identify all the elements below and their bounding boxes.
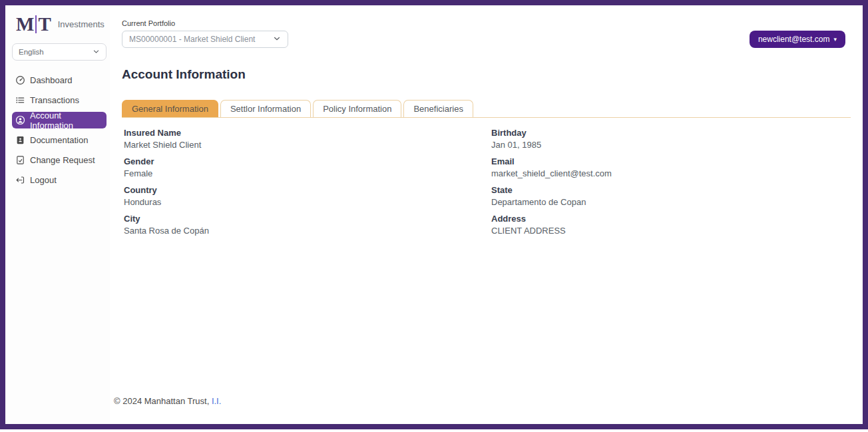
main-area: Current Portfolio MS00000001 - Market Sh… <box>110 5 863 424</box>
field-label: Birthday <box>491 128 851 138</box>
sidebar-item-label: Dashboard <box>30 75 73 85</box>
field-insured-name: Insured Name Market Shield Client <box>124 128 491 150</box>
app-window: M T Investments English Dashboard T <box>0 0 868 429</box>
portfolio-label: Current Portfolio <box>122 19 288 27</box>
sidebar-item-label: Account Information <box>30 110 103 130</box>
field-value: Departamento de Copan <box>491 197 851 207</box>
field-state: State Departamento de Copan <box>491 185 851 207</box>
field-birthday: Birthday Jan 01, 1985 <box>491 128 851 150</box>
sidebar: M T Investments English Dashboard T <box>5 5 110 424</box>
tab-beneficiaries[interactable]: Beneficiaries <box>403 100 473 117</box>
language-selected-value: English <box>19 48 44 56</box>
field-label: State <box>491 185 851 195</box>
portfolio-group: Current Portfolio MS00000001 - Market Sh… <box>122 19 288 48</box>
field-label: Email <box>491 156 851 166</box>
person-circle-icon <box>15 115 25 125</box>
document-person-icon <box>15 135 25 145</box>
chevron-down-icon <box>273 35 281 45</box>
field-value: Honduras <box>124 197 491 207</box>
page-title: Account Information <box>122 67 863 82</box>
copyright-text: © 2024 Manhattan Trust, <box>114 396 212 406</box>
field-gender: Gender Female <box>124 156 491 178</box>
field-value: Jan 01, 1985 <box>491 140 851 150</box>
fields-column-left: Insured Name Market Shield Client Gender… <box>124 128 491 242</box>
sidebar-item-label: Change Request <box>30 155 95 165</box>
field-value: CLIENT ADDRESS <box>491 226 851 236</box>
user-email: newclient@test.com <box>758 35 830 44</box>
brand-logo: M T Investments <box>16 15 107 34</box>
portfolio-selected-value: MS00000001 - Market Shield Client <box>129 35 255 44</box>
file-check-icon <box>15 155 25 165</box>
sidebar-item-transactions[interactable]: Transactions <box>12 92 107 108</box>
field-label: City <box>124 214 491 224</box>
general-information-panel: Insured Name Market Shield Client Gender… <box>110 118 863 242</box>
sidebar-nav: Dashboard Transactions Account Informati… <box>12 72 107 188</box>
footer-link[interactable]: I.I. <box>212 396 221 406</box>
field-value: market_shield_client@test.com <box>491 168 851 178</box>
field-label: Country <box>124 185 491 195</box>
field-address: Address CLIENT ADDRESS <box>491 214 851 236</box>
logo-letter-m: M <box>16 15 34 34</box>
field-value: Female <box>124 168 491 178</box>
sidebar-item-label: Documentation <box>30 135 88 145</box>
tab-settlor-information[interactable]: Settlor Information <box>220 100 311 117</box>
sidebar-item-change-request[interactable]: Change Request <box>12 152 107 168</box>
logo-divider <box>35 15 37 33</box>
field-label: Gender <box>124 156 491 166</box>
sidebar-item-label: Logout <box>30 175 57 185</box>
logo-suffix: Investments <box>58 19 105 29</box>
tab-general-information[interactable]: General Information <box>122 100 218 117</box>
logo-letter-t: T <box>38 15 51 34</box>
sidebar-item-label: Transactions <box>30 95 79 105</box>
footer: © 2024 Manhattan Trust, I.I. <box>110 396 863 424</box>
field-label: Address <box>491 214 851 224</box>
sidebar-item-account-information[interactable]: Account Information <box>12 112 107 128</box>
list-icon <box>15 95 25 105</box>
chevron-down-icon <box>93 48 100 57</box>
field-email: Email market_shield_client@test.com <box>491 156 851 178</box>
caret-down-icon: ▾ <box>833 37 837 43</box>
sidebar-item-logout[interactable]: Logout <box>12 172 107 188</box>
top-header: Current Portfolio MS00000001 - Market Sh… <box>110 5 863 48</box>
field-value: Santa Rosa de Copán <box>124 226 491 236</box>
sidebar-item-dashboard[interactable]: Dashboard <box>12 72 107 89</box>
speedometer-icon <box>15 75 25 85</box>
language-select[interactable]: English <box>12 43 107 61</box>
field-country: Country Honduras <box>124 185 491 207</box>
tab-policy-information[interactable]: Policy Information <box>313 100 401 117</box>
field-label: Insured Name <box>124 128 491 138</box>
tab-bar: General Information Settlor Information … <box>122 100 851 118</box>
portfolio-select[interactable]: MS00000001 - Market Shield Client <box>122 31 288 48</box>
sidebar-item-documentation[interactable]: Documentation <box>12 132 107 148</box>
field-city: City Santa Rosa de Copán <box>124 214 491 236</box>
logout-icon <box>15 175 25 185</box>
user-menu-button[interactable]: newclient@test.com ▾ <box>750 31 845 48</box>
fields-column-right: Birthday Jan 01, 1985 Email market_shiel… <box>491 128 851 242</box>
field-value: Market Shield Client <box>124 140 491 150</box>
